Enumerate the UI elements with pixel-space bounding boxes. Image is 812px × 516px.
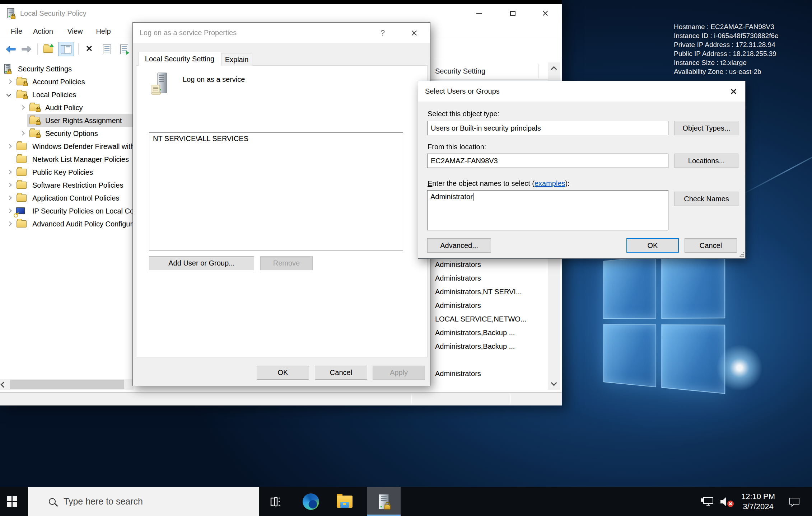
dialog-title-bar[interactable]: Select Users or Groups (418, 81, 745, 102)
dialog-close-button[interactable] (406, 23, 422, 43)
menu-view[interactable]: View (63, 22, 87, 40)
scroll-left-icon[interactable] (1, 382, 6, 388)
edge-button[interactable] (297, 487, 325, 516)
tab-local-security-setting[interactable]: Local Security Setting (138, 52, 221, 66)
volume-tray-button[interactable] (717, 487, 737, 516)
tree-item-ip-security-policies[interactable]: IP Security Policies on Local Computer (0, 205, 134, 217)
tree-item-user-rights-assignment[interactable]: User Rights Assignment (0, 114, 134, 127)
list-item[interactable]: Administrators (435, 271, 481, 285)
back-button[interactable] (3, 42, 19, 56)
chevron-right-icon[interactable] (7, 196, 12, 200)
tree-horizontal-scrollbar[interactable] (0, 379, 134, 390)
object-types-button[interactable]: Object Types... (675, 121, 738, 135)
title-bar[interactable]: Local Security Policy (0, 4, 562, 22)
cancel-button[interactable]: Cancel (315, 366, 367, 380)
tree-item-application-control[interactable]: Application Control Policies (0, 192, 134, 205)
locations-button[interactable]: Locations... (675, 154, 738, 168)
tree-item-audit-policy[interactable]: Audit Policy (0, 101, 134, 114)
taskbar-search[interactable] (28, 487, 259, 516)
minimize-button[interactable] (467, 4, 491, 22)
ok-button[interactable]: OK (626, 238, 679, 253)
list-item[interactable]: Administrators,Backup ... (435, 326, 515, 339)
scroll-up-icon[interactable] (548, 62, 560, 76)
advanced-button[interactable]: Advanced... (427, 238, 491, 253)
member-item[interactable]: NT SERVICE\ALL SERVICES (153, 135, 248, 143)
dialog-title-bar[interactable]: Log on as a service Properties ? (133, 23, 430, 43)
secpol-taskbar-button[interactable] (367, 487, 401, 516)
delete-button[interactable] (82, 42, 98, 56)
resize-grip[interactable] (739, 252, 744, 257)
scrollbar-thumb[interactable] (10, 380, 124, 389)
forward-button[interactable] (19, 42, 34, 56)
chevron-right-icon[interactable] (7, 208, 12, 213)
chevron-right-icon[interactable] (7, 183, 12, 187)
chevron-down-icon[interactable] (6, 92, 11, 97)
file-explorer-button[interactable] (331, 487, 358, 516)
help-button[interactable]: ? (375, 23, 390, 43)
show-console-tree-button[interactable] (58, 42, 74, 56)
close-button[interactable] (533, 4, 557, 22)
edge-icon (303, 493, 319, 510)
maximize-button[interactable] (501, 4, 524, 22)
examples-link[interactable]: examples (535, 179, 565, 187)
list-item[interactable]: Administrators,Backup ... (435, 339, 515, 353)
chevron-right-icon[interactable] (20, 131, 25, 136)
wallpaper-light-streak (737, 141, 812, 198)
list-item[interactable]: Administrators (435, 367, 481, 380)
dialog-close-button[interactable] (725, 81, 741, 102)
folder-lock-icon (29, 117, 39, 124)
add-user-or-group-button[interactable]: Add User or Group... (149, 256, 254, 270)
object-names-value: Administrator (430, 193, 473, 201)
column-separator[interactable] (538, 64, 539, 78)
info-public-ip: Public IP Address : 18.218.255.39 (674, 49, 779, 58)
chevron-right-icon[interactable] (7, 170, 12, 174)
menu-help[interactable]: Help (92, 22, 115, 40)
menu-action[interactable]: Action (28, 22, 58, 40)
folder-lock-icon (29, 104, 39, 111)
action-center-button[interactable] (785, 487, 803, 516)
taskbar-clock[interactable]: 12:10 PM 3/7/2024 (739, 487, 777, 516)
members-listbox[interactable]: NT SERVICE\ALL SERVICES (149, 132, 403, 250)
tree-item-account-policies[interactable]: Account Policies (0, 75, 134, 88)
tree-item-software-restriction[interactable]: Software Restriction Policies (0, 179, 134, 192)
folder-icon (17, 182, 27, 189)
label-text: ): (565, 179, 570, 187)
window-top-edge (0, 0, 562, 4)
list-item[interactable]: Administrators (435, 258, 481, 271)
tree-item-security-options[interactable]: Security Options (0, 127, 134, 140)
properties-button[interactable] (99, 42, 115, 56)
task-view-button[interactable] (264, 487, 288, 516)
tree-item-local-policies[interactable]: Local Policies (0, 88, 134, 101)
ok-button[interactable]: OK (257, 366, 309, 380)
up-one-level-button[interactable] (40, 42, 56, 56)
object-names-input[interactable]: Administrator (427, 190, 668, 230)
column-header-security-setting[interactable]: Security Setting (435, 62, 485, 80)
scroll-down-icon[interactable] (548, 376, 560, 390)
start-button[interactable] (0, 487, 24, 516)
menu-file[interactable]: File (6, 22, 27, 40)
chevron-right-icon[interactable] (7, 79, 12, 84)
chevron-right-icon[interactable] (20, 105, 25, 110)
tree-item-advanced-audit-policy[interactable]: Advanced Audit Policy Configuration (0, 217, 134, 230)
export-list-button[interactable] (116, 42, 132, 56)
tree-item-security-settings[interactable]: Security Settings (0, 62, 134, 75)
tree-item-network-list-manager[interactable]: Network List Manager Policies (0, 153, 134, 166)
clock-time: 12:10 PM (741, 492, 775, 502)
list-item[interactable]: Administrators,NT SERVI... (435, 285, 522, 299)
list-item[interactable]: LOCAL SERVICE,NETWO... (435, 312, 527, 326)
folder-lock-icon (17, 91, 27, 98)
location-field[interactable]: EC2AMAZ-FAN98V3 (427, 154, 668, 168)
tree-item-public-key-policies[interactable]: Public Key Policies (0, 166, 134, 179)
tree-item-windows-defender-firewall[interactable]: Windows Defender Firewall with Advanced … (0, 140, 134, 153)
list-item[interactable]: Administrators (435, 299, 481, 312)
object-type-label: Select this object type: (428, 110, 499, 118)
check-names-button[interactable]: Check Names (675, 192, 738, 206)
cancel-button[interactable]: Cancel (685, 238, 737, 253)
network-tray-button[interactable] (699, 487, 717, 516)
search-input[interactable] (64, 496, 200, 507)
chevron-right-icon[interactable] (7, 221, 12, 226)
chevron-right-icon[interactable] (7, 144, 12, 149)
windows-start-icon (7, 496, 17, 507)
object-type-field[interactable]: Users or Built-in security principals (427, 121, 668, 135)
tab-explain[interactable]: Explain (221, 53, 252, 66)
